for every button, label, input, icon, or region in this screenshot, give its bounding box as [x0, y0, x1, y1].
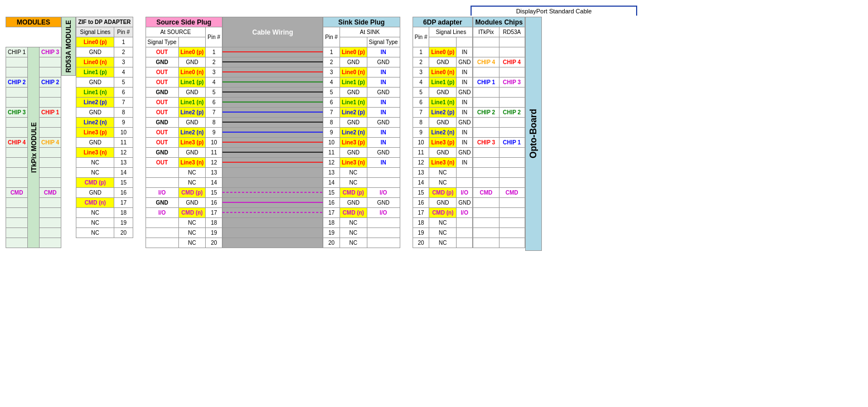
src-type: GND: [146, 118, 178, 128]
src-pin: 6: [206, 98, 222, 108]
adp-sig: GND: [429, 118, 457, 128]
src-sig: CMD (n): [178, 208, 206, 218]
zif-header: ZIF to DP ADAPTER: [76, 17, 133, 27]
snk-pin: 13: [323, 168, 340, 178]
src-sig: NC: [178, 168, 206, 178]
src-sig: NC: [178, 228, 206, 238]
src-sig: Line1 (p): [178, 77, 206, 88]
zif-pin: 1: [114, 37, 133, 47]
adp-sig: Line1 (n): [429, 98, 457, 108]
zif-signal: Line3 (n): [76, 148, 114, 158]
src-pin: 7: [206, 108, 222, 118]
adp-sig: Line3 (n): [429, 158, 457, 168]
zif-pin: 7: [114, 98, 133, 108]
src-type: OUT: [146, 98, 178, 108]
adp-sig: Line3 (p): [429, 138, 457, 148]
src-pin: 3: [206, 67, 222, 77]
rd53a-r16: [6, 198, 28, 208]
snk-pin: 4: [323, 77, 340, 88]
adp-type: GND: [457, 88, 473, 98]
src-type: [146, 228, 178, 238]
zif-signal: CMD (n): [76, 198, 114, 208]
zif-pin: 6: [114, 88, 133, 98]
src-sig: Line3 (p): [178, 138, 206, 148]
src-pin: 17: [206, 208, 222, 218]
adapter-table: 6DP adapter Pin # Signal Lines 1 Line0 (…: [413, 17, 473, 248]
mc-itkpix: CHIP 4: [473, 57, 499, 67]
source-table: Source Side Plug At SOURCE Pin # Signal …: [146, 17, 223, 248]
snk-pin: 3: [323, 67, 340, 77]
adp-pin: 20: [413, 238, 429, 248]
mc-rd53a: [499, 208, 525, 218]
src-sig: Line2 (p): [178, 108, 206, 118]
rd53a-chip2-r6: [6, 98, 28, 108]
snk-sig: Line0 (p): [340, 47, 367, 57]
src-type: I/O: [146, 208, 178, 218]
snk-sig: GND: [340, 57, 367, 67]
mc-rd53a: CHIP 3: [499, 77, 525, 88]
zif-pin-header: Pin #: [114, 27, 133, 37]
zif-signal: Line1 (n): [76, 88, 114, 98]
sink-sig: [340, 37, 367, 47]
mc-itkpix: [473, 168, 499, 178]
snk-sig: Line0 (n): [340, 67, 367, 77]
rd53a-chip4-r12: [6, 158, 28, 168]
mc-itkpix: [473, 118, 499, 128]
sink-atsink: At SINK: [340, 27, 400, 37]
itkpix-chip1-r7: CHIP 1: [40, 108, 61, 118]
adp-type: GND: [457, 57, 473, 67]
adp-pin: 13: [413, 168, 429, 178]
src-pin: 10: [206, 138, 222, 148]
itkpix-chip2-r4: CHIP 2: [40, 77, 61, 88]
adp-pin: 2: [413, 57, 429, 67]
content-row: MODULES CHIP 1ITkPix MODULECHIP 3 CHIP 2…: [6, 17, 862, 251]
itkpix-chip4-r10: CHIP 4: [40, 138, 61, 148]
snk-pin: 5: [323, 88, 340, 98]
src-type: [146, 178, 178, 188]
snk-pin: 19: [323, 228, 340, 238]
modchips-blank2: [499, 37, 525, 47]
src-pin: 13: [206, 168, 222, 178]
mc-itkpix: [473, 228, 499, 238]
zif-pin: 11: [114, 138, 133, 148]
snk-type: GND: [367, 198, 400, 208]
cable-table: Cable Wiring: [222, 17, 323, 248]
snk-pin: 1: [323, 47, 340, 57]
itkpix-chip1-r9: [40, 128, 61, 138]
mc-rd53a: [499, 128, 525, 138]
adp-pin: 19: [413, 228, 429, 238]
adp-pin: 3: [413, 67, 429, 77]
modchips-rd53a-header: RD53A: [499, 27, 525, 37]
adp-pin: 6: [413, 98, 429, 108]
zif-signal-lines-header: Signal Lines: [76, 27, 114, 37]
snk-sig: NC: [340, 218, 367, 228]
itkpix-r16: [40, 198, 61, 208]
adp-sig: Line1 (p): [429, 77, 457, 88]
adp-sig: GND: [429, 57, 457, 67]
snk-type: [367, 178, 400, 188]
snk-type: [367, 228, 400, 238]
modchips-blank1: [473, 37, 499, 47]
zif-signal: Line0 (p): [76, 37, 114, 47]
src-type: OUT: [146, 158, 178, 168]
snk-type: GND: [367, 57, 400, 67]
source-pin-header: Pin #: [206, 27, 222, 47]
adp-type: IN: [457, 98, 473, 108]
adp-pin: 1: [413, 47, 429, 57]
adp-type: IN: [457, 158, 473, 168]
adp-pin: 5: [413, 88, 429, 98]
adp-type: IN: [457, 67, 473, 77]
rd53a-chip3-r7: CHIP 3: [6, 108, 28, 118]
snk-sig: Line2 (p): [340, 108, 367, 118]
adapter-sig: [429, 37, 457, 47]
itkpix-chip2-r6: [40, 98, 61, 108]
mc-rd53a: [499, 178, 525, 188]
adp-pin: 18: [413, 218, 429, 228]
src-pin: 9: [206, 128, 222, 138]
main-container: DisplayPort Standard Cable MODULES CHIP …: [0, 0, 868, 256]
snk-type: IN: [367, 47, 400, 57]
zif-signal: GND: [76, 138, 114, 148]
adp-pin: 4: [413, 77, 429, 88]
snk-sig: CMD (n): [340, 208, 367, 218]
adp-sig: Line2 (n): [429, 128, 457, 138]
